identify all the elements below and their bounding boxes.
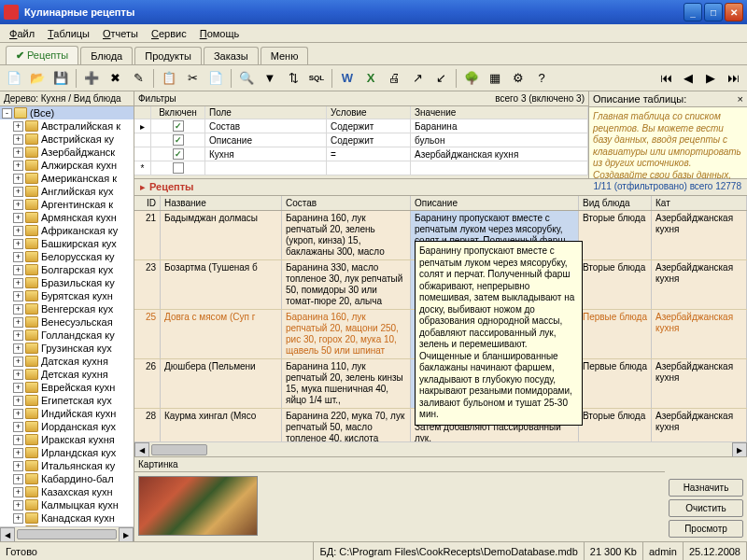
tb-excel-icon[interactable]: X: [360, 68, 381, 89]
tb-settings-icon[interactable]: ⚙: [508, 68, 529, 89]
tree-item[interactable]: +Американская к: [0, 172, 134, 185]
tree-item[interactable]: +Венесуэльская: [0, 315, 134, 329]
cell-tooltip: Баранину пропускают вместе с репчатым лу…: [415, 241, 583, 426]
tree-item[interactable]: +Итальянская ку: [0, 459, 134, 472]
tb-sql-icon[interactable]: SQL: [306, 68, 327, 89]
menu-help[interactable]: Помощь: [194, 26, 246, 41]
assign-button[interactable]: Назначить: [669, 479, 743, 497]
tree-item[interactable]: +Казахская кухн: [0, 485, 134, 498]
grid-hscrollbar[interactable]: ◀▶: [134, 441, 747, 456]
menu-file[interactable]: ФФайлайл: [4, 26, 40, 41]
filter-col-cond[interactable]: Условие: [327, 106, 411, 119]
statusbar: Готово БД: C:\Program Files\CookRecepts\…: [0, 541, 747, 560]
filter-checkbox[interactable]: ✓: [173, 148, 184, 160]
tree-header: Дерево: Кухня / Вид блюда: [0, 91, 134, 106]
tree-item[interactable]: +Индийская кухн: [0, 407, 134, 420]
tree-item[interactable]: +Датская кухня: [0, 355, 134, 368]
tree-item[interactable]: +Азербайджанск: [0, 146, 134, 159]
clear-button[interactable]: Очистить: [669, 499, 743, 517]
tree-item[interactable]: +Голландская ку: [0, 329, 134, 342]
tb-import-icon[interactable]: ↙: [430, 68, 451, 89]
tree-item[interactable]: +Еврейская кухн: [0, 381, 134, 394]
col-desc[interactable]: Описание: [411, 196, 579, 210]
filter-col-val[interactable]: Значение: [411, 106, 588, 119]
desc-close-icon[interactable]: ×: [738, 93, 743, 105]
nav-first-icon[interactable]: ⏮: [655, 68, 676, 89]
nav-prev-icon[interactable]: ◀: [678, 68, 698, 89]
filter-checkbox[interactable]: ✓: [173, 120, 184, 132]
tree-root[interactable]: -(Все): [0, 106, 134, 119]
tree-item[interactable]: +Башкирская кух: [0, 237, 134, 250]
tree-item[interactable]: +Болгарская кух: [0, 263, 134, 276]
tb-delete-icon[interactable]: ✖: [105, 68, 125, 89]
col-type[interactable]: Вид блюда: [579, 196, 652, 210]
tree-item[interactable]: +Грузинская кух: [0, 342, 134, 355]
tree-item[interactable]: +Бурятская кухн: [0, 289, 134, 302]
tb-tree-icon[interactable]: 🌳: [461, 68, 482, 89]
filter-col-on[interactable]: Включен: [151, 106, 205, 119]
app-icon: [4, 5, 19, 20]
filter-col-field[interactable]: Поле: [205, 106, 327, 119]
tb-word-icon[interactable]: W: [337, 68, 358, 89]
grid-title: Рецепты: [149, 181, 194, 193]
filter-checkbox[interactable]: ✓: [173, 134, 184, 146]
view-button[interactable]: Просмотр: [669, 520, 743, 538]
tree-item[interactable]: +Венгерская кух: [0, 302, 134, 315]
tb-save-icon[interactable]: 💾: [50, 68, 71, 89]
nav-next-icon[interactable]: ▶: [700, 68, 721, 89]
menu-service[interactable]: Сервис: [146, 26, 192, 41]
tree-item[interactable]: +Иорданская кух: [0, 420, 134, 433]
tb-open-icon[interactable]: 📂: [27, 68, 48, 89]
tree-item[interactable]: +Кабардино-бал: [0, 472, 134, 485]
tab-products[interactable]: Продукты: [134, 47, 202, 64]
tree-item[interactable]: +Английская кух: [0, 185, 134, 198]
tree-item[interactable]: +Белорусская ку: [0, 250, 134, 263]
tb-paste-icon[interactable]: 📄: [205, 68, 226, 89]
tb-add-icon[interactable]: ➕: [81, 68, 102, 89]
tb-cut-icon[interactable]: ✂: [182, 68, 203, 89]
filter-row[interactable]: ▸✓СоставСодержитБаранина: [134, 119, 588, 133]
tree-item[interactable]: +Иракская кухня: [0, 433, 134, 446]
tab-menu[interactable]: Меню: [261, 47, 309, 64]
tb-find-icon[interactable]: 🔍: [236, 68, 257, 89]
tb-columns-icon[interactable]: ▦: [485, 68, 505, 89]
tree-body[interactable]: -(Все)+Австралийская к+Австрийская ку+Аз…: [0, 106, 134, 541]
tree-item[interactable]: +Ирландская кух: [0, 446, 134, 459]
tree-item[interactable]: +Африканская ку: [0, 224, 134, 237]
tree-item[interactable]: +Австрийская ку: [0, 133, 134, 146]
tab-orders[interactable]: Заказы: [204, 47, 259, 64]
menu-reports[interactable]: Отчеты: [97, 26, 144, 41]
tb-filter-icon[interactable]: ▼: [260, 68, 280, 89]
recipe-image[interactable]: [138, 476, 258, 536]
tb-print-icon[interactable]: 🖨: [384, 68, 404, 89]
tb-help-icon[interactable]: ?: [531, 68, 552, 89]
tree-item[interactable]: +Канадская кухн: [0, 511, 134, 525]
tb-sort-icon[interactable]: ⇅: [283, 68, 303, 89]
tree-item[interactable]: +Бразильская ку: [0, 276, 134, 289]
tb-new-icon[interactable]: 📄: [4, 68, 24, 89]
col-comp[interactable]: Состав: [282, 196, 411, 210]
filter-row[interactable]: ✓Кухня=Азербайджанская кухня: [134, 147, 588, 161]
maximize-button[interactable]: □: [704, 3, 723, 21]
col-name[interactable]: Название: [161, 196, 282, 210]
col-cat[interactable]: Кат: [652, 196, 747, 210]
col-id[interactable]: ID: [134, 196, 161, 210]
tree-item[interactable]: +Австралийская к: [0, 119, 134, 133]
tab-recipes[interactable]: ✔Рецепты: [6, 46, 78, 64]
filter-row[interactable]: ✓ОписаниеСодержитбульон: [134, 133, 588, 147]
tb-copy-icon[interactable]: 📋: [159, 68, 179, 89]
tab-dishes[interactable]: Блюда: [80, 47, 133, 64]
menu-tables[interactable]: Таблицы: [42, 26, 95, 41]
tree-hscrollbar[interactable]: ◀▶: [0, 526, 134, 541]
minimize-button[interactable]: _: [684, 3, 702, 21]
tb-export-icon[interactable]: ↗: [407, 68, 428, 89]
tree-item[interactable]: +Калмыцкая кухн: [0, 498, 134, 511]
close-button[interactable]: ✕: [725, 3, 743, 21]
tree-item[interactable]: +Аргентинская к: [0, 198, 134, 211]
tree-item[interactable]: +Египетская кух: [0, 394, 134, 407]
tree-item[interactable]: +Детская кухня: [0, 368, 134, 381]
tb-edit-icon[interactable]: ✎: [128, 68, 148, 89]
tree-item[interactable]: +Армянская кухн: [0, 211, 134, 224]
nav-last-icon[interactable]: ⏭: [723, 68, 743, 89]
tree-item[interactable]: +Алжирская кухн: [0, 159, 134, 172]
